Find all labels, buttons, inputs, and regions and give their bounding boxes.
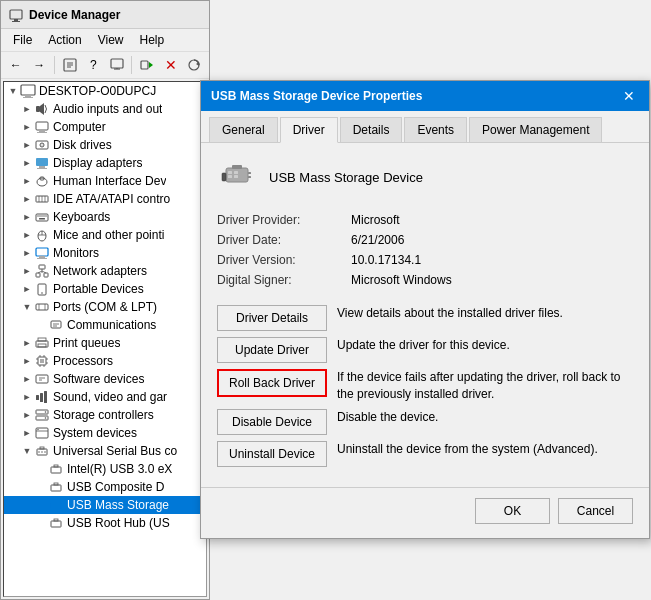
tree-item[interactable]: ► Keyboards: [4, 208, 206, 226]
svg-rect-0: [10, 10, 22, 19]
tree-icon: [34, 335, 50, 351]
svg-point-55: [41, 292, 43, 294]
tree-label: Mice and other pointi: [53, 228, 164, 242]
svg-rect-106: [234, 175, 238, 178]
tree-item[interactable]: ► Mice and other pointi: [4, 226, 206, 244]
tree-toggle[interactable]: ►: [20, 356, 34, 366]
svg-rect-26: [39, 166, 45, 168]
svg-rect-16: [23, 97, 33, 98]
button-row-roll-back-driver: Roll Back Driver If the device fails aft…: [217, 369, 633, 403]
tree-item[interactable]: Intel(R) USB 3.0 eX: [4, 460, 206, 478]
tb-back[interactable]: ←: [5, 54, 27, 76]
tree-item[interactable]: ► Network adapters: [4, 262, 206, 280]
dialog-footer: OK Cancel: [201, 487, 649, 538]
tree-toggle[interactable]: ▼: [20, 302, 34, 312]
tb-forward[interactable]: →: [29, 54, 51, 76]
tree-toggle[interactable]: ►: [20, 392, 34, 402]
tree-item[interactable]: ▼ Universal Serial Bus co: [4, 442, 206, 460]
tree-label: Portable Devices: [53, 282, 144, 296]
tree-icon: [34, 299, 50, 315]
tree-item[interactable]: ► Human Interface Dev: [4, 172, 206, 190]
toggle-root[interactable]: ▼: [6, 86, 20, 96]
tree-icon: [34, 371, 50, 387]
dialog-close-button[interactable]: ✕: [619, 86, 639, 106]
tree-icon: [34, 209, 50, 225]
menu-help[interactable]: Help: [132, 31, 173, 49]
tree-toggle[interactable]: ►: [20, 194, 34, 204]
tb-help[interactable]: ?: [82, 54, 104, 76]
svg-rect-98: [54, 501, 58, 503]
tree-toggle[interactable]: ►: [20, 284, 34, 294]
tree-toggle[interactable]: ►: [20, 410, 34, 420]
roll-back-driver-button[interactable]: Roll Back Driver: [217, 369, 327, 397]
tree-toggle[interactable]: ►: [20, 248, 34, 258]
tree-root[interactable]: ▼ DESKTOP-O0DUPCJ: [4, 82, 206, 100]
dialog-title-bar: USB Mass Storage Device Properties ✕: [201, 81, 649, 111]
disable-device-button[interactable]: Disable Device: [217, 409, 327, 435]
tb-remove[interactable]: ✕: [160, 54, 182, 76]
tree-toggle[interactable]: ►: [20, 140, 34, 150]
tree-item[interactable]: ► IDE ATA/ATAPI contro: [4, 190, 206, 208]
label-provider: Driver Provider:: [217, 213, 347, 227]
dialog-tabs: General Driver Details Events Power Mana…: [201, 111, 649, 143]
tab-general[interactable]: General: [209, 117, 278, 142]
tree-item[interactable]: ▼ Ports (COM & LPT): [4, 298, 206, 316]
button-row-driver-details: Driver Details View details about the in…: [217, 305, 633, 331]
tree-toggle[interactable]: ►: [20, 104, 34, 114]
cancel-button[interactable]: Cancel: [558, 498, 633, 524]
tree-item[interactable]: USB Composite D: [4, 478, 206, 496]
tree-label: Disk drives: [53, 138, 112, 152]
uninstall-device-button[interactable]: Uninstall Device: [217, 441, 327, 467]
svg-point-84: [45, 417, 47, 419]
tree-label: Display adapters: [53, 156, 142, 170]
tree-toggle[interactable]: ►: [20, 374, 34, 384]
tree-item[interactable]: ► Computer: [4, 118, 206, 136]
tree-item[interactable]: ► System devices: [4, 424, 206, 442]
tree-item[interactable]: ► Display adapters: [4, 154, 206, 172]
tree-item[interactable]: ► Audio inputs and out: [4, 100, 206, 118]
tree-item[interactable]: ► Sound, video and gar: [4, 388, 206, 406]
tree-item[interactable]: USB Root Hub (US: [4, 514, 206, 532]
tree-label: Human Interface Dev: [53, 174, 166, 188]
tree-item[interactable]: ► Storage controllers: [4, 406, 206, 424]
menu-file[interactable]: File: [5, 31, 40, 49]
tree-label: IDE ATA/ATAPI contro: [53, 192, 170, 206]
driver-details-button[interactable]: Driver Details: [217, 305, 327, 331]
tree-item[interactable]: ► Monitors: [4, 244, 206, 262]
menu-action[interactable]: Action: [40, 31, 89, 49]
tab-driver[interactable]: Driver: [280, 117, 338, 143]
menu-view[interactable]: View: [90, 31, 132, 49]
svg-rect-50: [44, 273, 48, 277]
svg-rect-40: [39, 218, 45, 220]
tab-details[interactable]: Details: [340, 117, 403, 142]
tree-icon: [48, 461, 64, 477]
dialog-title: USB Mass Storage Device Properties: [211, 89, 422, 103]
tab-power[interactable]: Power Management: [469, 117, 602, 142]
svg-rect-79: [40, 393, 43, 402]
tree-item[interactable]: ► Print queues: [4, 334, 206, 352]
tree-item[interactable]: ► Processors: [4, 352, 206, 370]
tree-toggle[interactable]: ►: [20, 338, 34, 348]
tree-toggle[interactable]: ►: [20, 212, 34, 222]
tree-toggle[interactable]: ►: [20, 428, 34, 438]
ok-button[interactable]: OK: [475, 498, 550, 524]
tree-toggle[interactable]: ►: [20, 230, 34, 240]
tree-toggle[interactable]: ▼: [20, 446, 34, 456]
tab-events[interactable]: Events: [404, 117, 467, 142]
device-tree[interactable]: ▼ DESKTOP-O0DUPCJ ► Audio inputs and out…: [3, 81, 207, 597]
update-driver-button[interactable]: Update Driver: [217, 337, 327, 363]
tb-props[interactable]: [59, 54, 81, 76]
tree-item[interactable]: ► Software devices: [4, 370, 206, 388]
tb-update[interactable]: [136, 54, 158, 76]
tree-item[interactable]: ► Disk drives: [4, 136, 206, 154]
tb-scan[interactable]: [106, 54, 128, 76]
svg-rect-44: [36, 248, 48, 256]
tree-toggle[interactable]: ►: [20, 158, 34, 168]
tree-toggle[interactable]: ►: [20, 176, 34, 186]
tree-item[interactable]: Communications: [4, 316, 206, 334]
tree-item[interactable]: USB Mass Storage: [4, 496, 206, 514]
tree-toggle[interactable]: ►: [20, 266, 34, 276]
tb-refresh[interactable]: [183, 54, 205, 76]
tree-toggle[interactable]: ►: [20, 122, 34, 132]
tree-item[interactable]: ► Portable Devices: [4, 280, 206, 298]
